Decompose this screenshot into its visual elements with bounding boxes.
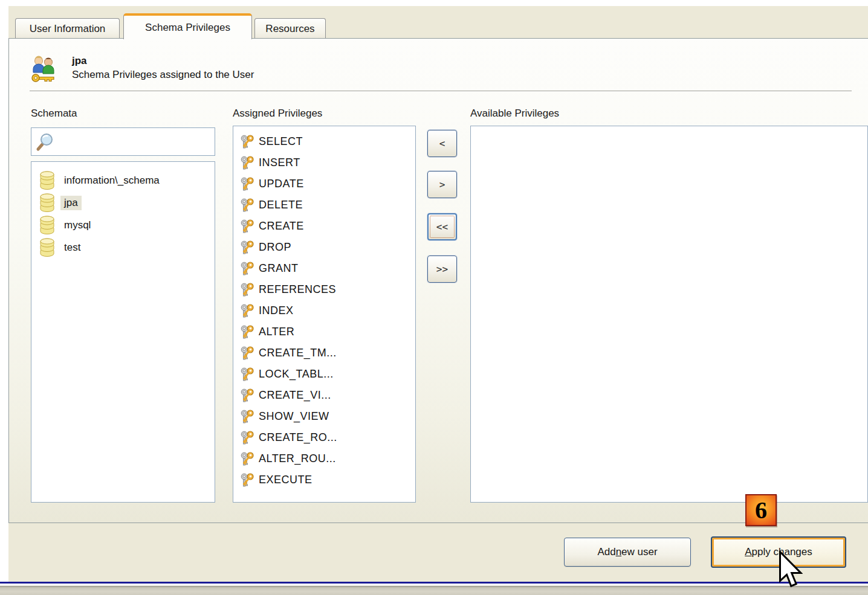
key-icon xyxy=(239,367,255,382)
privilege-item[interactable]: ALTER xyxy=(233,321,415,343)
privilege-item[interactable]: DROP xyxy=(233,237,415,258)
privilege-item[interactable]: CREATE xyxy=(233,216,415,237)
privilege-item[interactable]: ALTER_ROU... xyxy=(233,448,415,469)
schema-item-mysql[interactable]: mysql xyxy=(31,214,215,236)
privilege-item[interactable]: CREATE_TM... xyxy=(233,343,415,364)
schema-name: mysql xyxy=(60,218,94,233)
key-icon xyxy=(239,198,255,213)
schema-search-input[interactable] xyxy=(55,128,215,155)
schema-search-box[interactable] xyxy=(31,127,215,156)
schema-item-information-schema[interactable]: information\_schema xyxy=(31,169,215,191)
privilege-item[interactable]: DELETE xyxy=(233,195,415,216)
privilege-item[interactable]: GRANT xyxy=(233,258,415,279)
privilege-item[interactable]: SELECT xyxy=(233,131,415,152)
tab-schema-privileges[interactable]: Schema Privileges xyxy=(123,13,252,39)
tab-user-information[interactable]: User Information xyxy=(15,18,120,39)
key-icon xyxy=(239,303,255,319)
privilege-item[interactable]: EXECUTE xyxy=(233,469,415,490)
page-title-username: jpa xyxy=(72,55,87,67)
key-icon xyxy=(239,324,255,340)
window-bottom-line xyxy=(0,582,868,584)
step-number-badge: 6 xyxy=(745,494,777,526)
database-icon xyxy=(39,193,56,213)
schema-name: information\_schema xyxy=(60,173,163,188)
schema-item-jpa[interactable]: jpa xyxy=(31,191,215,214)
available-privileges-listbox[interactable] xyxy=(470,126,868,503)
tab-resources-label: Resources xyxy=(265,23,314,35)
schemata-label: Schemata xyxy=(31,108,77,120)
database-icon xyxy=(39,171,56,190)
key-icon xyxy=(239,472,255,488)
key-icon xyxy=(239,240,255,256)
move-all-left-button[interactable]: << xyxy=(427,213,457,240)
key-icon xyxy=(239,261,255,277)
key-icon xyxy=(239,430,255,446)
magnifier-icon xyxy=(31,132,55,152)
move-left-button[interactable]: < xyxy=(427,130,457,157)
assigned-privileges-listbox[interactable]: SELECT INSERT UPDATE DELETE CREATE DROP … xyxy=(233,126,416,503)
schemata-listbox[interactable]: information\_schema jpa xyxy=(31,161,215,503)
key-icon xyxy=(239,134,255,150)
key-icon xyxy=(239,388,255,404)
privilege-item[interactable]: UPDATE xyxy=(233,173,415,195)
page-subtitle: Schema Privileges assigned to the User xyxy=(72,69,254,81)
privilege-item[interactable]: INDEX xyxy=(233,300,415,321)
header-separator xyxy=(30,91,852,92)
privilege-item[interactable]: SHOW_VIEW xyxy=(233,406,415,427)
window-bottom-bar xyxy=(0,585,868,595)
key-icon xyxy=(239,219,255,234)
schema-item-test[interactable]: test xyxy=(31,236,215,259)
add-new-user-button[interactable]: Add new user xyxy=(564,538,691,567)
privilege-item[interactable]: INSERT xyxy=(233,152,415,173)
tab-schema-privileges-label: Schema Privileges xyxy=(145,22,230,34)
assigned-privileges-label: Assigned Privileges xyxy=(233,108,322,120)
database-icon xyxy=(39,216,56,235)
key-icon xyxy=(239,451,255,467)
privilege-item[interactable]: CREATE_VI... xyxy=(233,385,415,406)
schema-name: jpa xyxy=(60,196,82,210)
mouse-cursor-icon xyxy=(777,551,803,589)
move-all-right-button[interactable]: >> xyxy=(427,256,457,283)
privilege-item[interactable]: CREATE_RO... xyxy=(233,427,415,448)
move-right-button[interactable]: > xyxy=(427,171,457,198)
key-icon xyxy=(239,346,255,361)
available-privileges-label: Available Privileges xyxy=(470,108,559,120)
privilege-item[interactable]: LOCK_TABL... xyxy=(233,364,415,385)
tab-user-information-label: User Information xyxy=(30,23,106,35)
database-icon xyxy=(39,238,56,257)
schema-name: test xyxy=(60,240,84,255)
key-icon xyxy=(239,409,255,425)
schema-privileges-panel: jpa Schema Privileges assigned to the Us… xyxy=(8,38,868,523)
privilege-item[interactable]: REFERENCES xyxy=(233,279,415,300)
tab-resources[interactable]: Resources xyxy=(254,18,326,39)
key-icon xyxy=(239,176,255,192)
users-with-key-icon xyxy=(31,54,56,83)
key-icon xyxy=(239,282,255,298)
key-icon xyxy=(239,155,255,171)
